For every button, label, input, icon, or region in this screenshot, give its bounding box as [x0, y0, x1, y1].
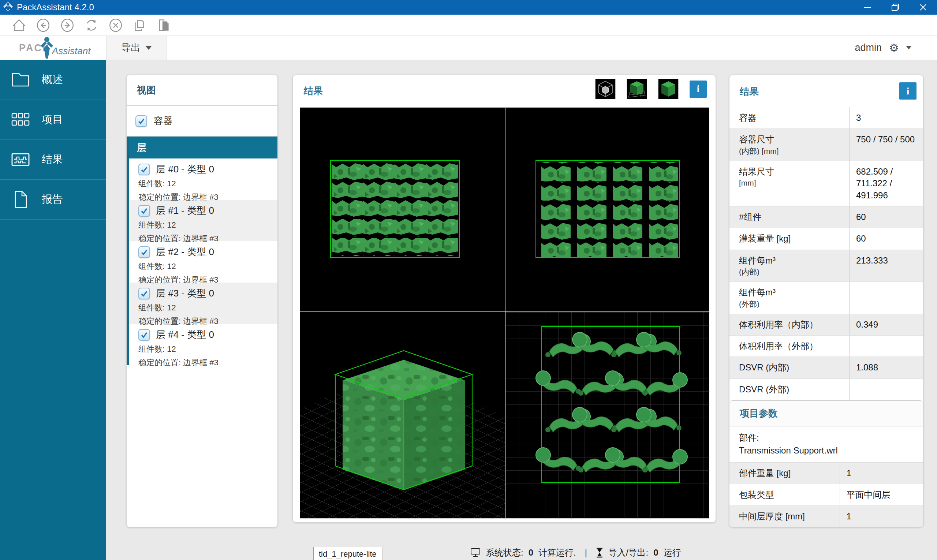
row-label: 部件重量 [kg]: [739, 468, 791, 478]
viewport-horizontal-divider: [300, 311, 709, 312]
sidebar-item-label: 结果: [42, 152, 63, 167]
row-label: DSVR (内部): [739, 362, 789, 372]
layer-part-count: 组件数: 12: [138, 261, 274, 272]
view-panel: 视图 容器 层 层 #0 - 类型 0 组件数: 12 稳定的位置: 边界框 #…: [126, 75, 278, 528]
layer-checkbox[interactable]: [138, 329, 150, 341]
table-row: DSVR (内部) 1.088: [729, 357, 923, 378]
row-label: 中间层厚度 [mm]: [739, 511, 805, 521]
sidebar-item-label: 项目: [42, 112, 63, 127]
title-bar: PackAssistant 4.2.0: [0, 0, 937, 15]
back-icon[interactable]: [35, 17, 51, 33]
view-panel-title: 视图: [127, 75, 277, 106]
row-value: [849, 335, 923, 357]
import-export-label: 导入/导出:: [608, 547, 648, 558]
table-row: 结果尺寸[mm] 682.509 / 711.322 / 491.996: [729, 161, 923, 206]
app-logo-icon: [3, 2, 13, 13]
table-row: 容器 3: [729, 107, 923, 129]
viewport-front-view[interactable]: [300, 108, 505, 311]
table-row: 部件重量 [kg] 1: [729, 463, 923, 484]
row-label: 组件每m³: [739, 287, 775, 297]
table-row: #组件 60: [729, 206, 923, 228]
paste-icon[interactable]: [156, 17, 172, 33]
copy-icon[interactable]: [132, 17, 148, 33]
row-value: 60: [849, 206, 923, 228]
packassistant-window: PackAssistant 4.2.0: [0, 0, 937, 560]
system-monitor-icon: [470, 548, 481, 557]
sidebar-item-results[interactable]: 结果: [0, 140, 106, 180]
cancel-icon[interactable]: [108, 17, 124, 33]
table-row: 包装类型 平面中间层: [729, 484, 923, 506]
row-label: 组件每m³: [739, 255, 775, 265]
row-value: 1: [840, 463, 923, 484]
container-visibility-row[interactable]: 容器: [127, 106, 277, 137]
layer-stable-position: 稳定的位置: 边界框 #3: [138, 357, 274, 368]
project-params-header: 项目参数: [729, 400, 923, 426]
solid-view-button[interactable]: [658, 79, 679, 99]
viewport-3d[interactable]: [300, 107, 709, 518]
table-row: 灌装重量 [kg] 60: [729, 228, 923, 249]
table-row: 容器尺寸(内部) [mm] 750 / 750 / 500: [729, 129, 923, 161]
app-header: PACK Assistant 导出 admin ⚙: [0, 36, 937, 60]
result-view-title: 结果: [304, 85, 323, 97]
layer-checkbox[interactable]: [138, 246, 150, 258]
layer-title: 层 #1 - 类型 0: [156, 204, 214, 217]
forward-icon[interactable]: [59, 17, 75, 33]
row-value: 1: [840, 506, 923, 527]
brand-logo: PACK Assistant: [0, 36, 106, 60]
layer-title: 层 #2 - 类型 0: [156, 246, 214, 258]
row-label: DSVR (外部): [739, 384, 789, 394]
container-checkbox[interactable]: [135, 115, 147, 127]
sidebar-item-projects[interactable]: 项目: [0, 100, 106, 140]
close-button[interactable]: [909, 0, 937, 15]
user-menu[interactable]: admin ⚙: [855, 36, 911, 60]
row-value: 213.333: [849, 250, 923, 282]
export-label: 导出: [121, 42, 140, 54]
layer-item[interactable]: 层 #4 - 类型 0 组件数: 12 稳定的位置: 边界框 #3: [127, 324, 277, 365]
sidebar-item-overview[interactable]: 概述: [0, 60, 106, 100]
grid-icon: [11, 111, 30, 128]
wireframe-view-button[interactable]: [595, 79, 615, 99]
restore-button[interactable]: [882, 0, 909, 15]
row-sublabel: (内部) [mm]: [739, 146, 844, 156]
status-separator: |: [585, 548, 587, 558]
refresh-icon[interactable]: [83, 17, 100, 33]
home-icon[interactable]: [11, 17, 27, 33]
layer-item[interactable]: 层 #0 - 类型 0 组件数: 12 稳定的位置: 边界框 #3: [127, 158, 277, 200]
result-view-panel: 结果: [292, 75, 716, 523]
row-sublabel: (外部): [739, 299, 844, 309]
status-bar: 系统状态: 0 计算运行. | 导入/导出: 0 运行: [470, 547, 681, 558]
layer-part-count: 组件数: 12: [138, 220, 274, 231]
layer-checkbox[interactable]: [138, 205, 150, 217]
export-dropdown[interactable]: 导出: [106, 36, 167, 60]
system-status-label: 系统状态:: [486, 547, 523, 558]
sidebar-item-reports[interactable]: 报告: [0, 180, 106, 220]
viewport-perspective-view[interactable]: [300, 312, 505, 519]
result-view-info-button[interactable]: i: [689, 80, 707, 98]
layer-item[interactable]: 层 #3 - 类型 0 组件数: 12 稳定的位置: 边界框 #3: [127, 283, 277, 324]
row-value: 60: [849, 228, 923, 249]
table-row: 体积利用率（内部） 0.349: [729, 314, 923, 335]
result-panel-info-button[interactable]: i: [899, 82, 917, 100]
layer-title: 层 #4 - 类型 0: [156, 328, 214, 341]
hourglass-icon: [596, 548, 603, 558]
layer-checkbox[interactable]: [138, 164, 150, 175]
solid-on-grid-view-button[interactable]: [627, 79, 647, 99]
table-row: 组件每m³(外部): [729, 282, 923, 314]
result-data-panel: 结果 i 容器 3 容器尺寸(内部) [mm] 750 / 750 / 500 …: [729, 75, 923, 528]
folder-icon: [11, 71, 30, 88]
layer-part-count: 组件数: 12: [138, 178, 274, 189]
layer-part-count: 组件数: 12: [138, 302, 274, 313]
layer-checkbox[interactable]: [138, 288, 150, 299]
minimize-button[interactable]: [854, 0, 882, 15]
chevron-down-icon: [145, 46, 152, 50]
row-label: #组件: [739, 212, 761, 222]
layers-accent-strip: [127, 137, 129, 365]
row-label: 容器尺寸: [739, 134, 774, 144]
layer-part-count: 组件数: 12: [138, 344, 274, 355]
layer-item[interactable]: 层 #1 - 类型 0 组件数: 12 稳定的位置: 边界框 #3: [127, 200, 277, 241]
brand-assistant-text: Assistant: [52, 45, 91, 57]
part-label: 部件:: [739, 432, 916, 445]
layer-item[interactable]: 层 #2 - 类型 0 组件数: 12 稳定的位置: 边界框 #3: [127, 241, 277, 283]
viewport-side-view[interactable]: [505, 108, 710, 311]
viewport-top-view[interactable]: [505, 312, 710, 519]
